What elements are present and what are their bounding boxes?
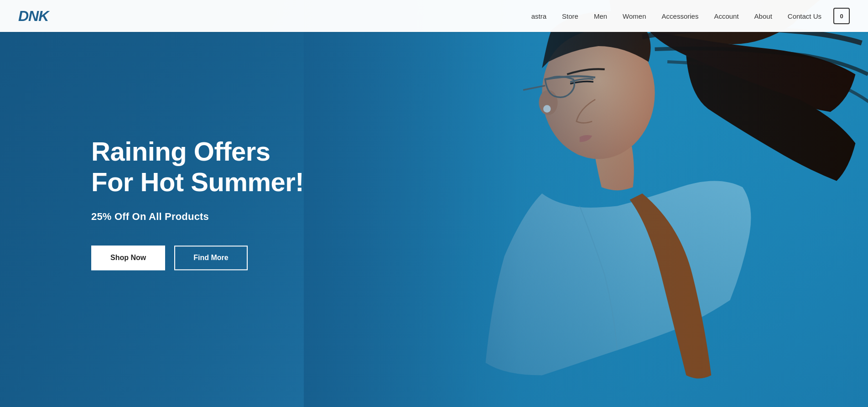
- find-more-button[interactable]: Find More: [174, 246, 247, 271]
- hero-content: Raining Offers For Hot Summer! 25% Off O…: [91, 136, 304, 270]
- nav-store[interactable]: Store: [556, 9, 585, 24]
- nav-about[interactable]: About: [748, 9, 779, 24]
- hero-buttons: Shop Now Find More: [91, 246, 304, 271]
- headline-line2: For Hot Summer!: [91, 167, 304, 197]
- nav-contact[interactable]: Contact Us: [781, 9, 828, 24]
- nav-women[interactable]: Women: [616, 9, 652, 24]
- cart-count: 0: [840, 13, 843, 20]
- main-nav: astra Store Men Women Accessories Accoun…: [525, 8, 850, 24]
- nav-men[interactable]: Men: [587, 9, 613, 24]
- logo[interactable]: DNK: [18, 8, 48, 25]
- nav-accessories[interactable]: Accessories: [655, 9, 705, 24]
- nav-account[interactable]: Account: [707, 9, 745, 24]
- hero-section: Raining Offers For Hot Summer! 25% Off O…: [0, 0, 868, 407]
- nav-astra[interactable]: astra: [525, 9, 553, 24]
- headline-line1: Raining Offers: [91, 136, 270, 166]
- hero-headline: Raining Offers For Hot Summer!: [91, 136, 304, 197]
- site-header: DNK astra Store Men Women Accessories Ac…: [0, 0, 868, 32]
- hero-subline: 25% Off On All Products: [91, 211, 304, 223]
- cart-button[interactable]: 0: [833, 8, 850, 24]
- shop-now-button[interactable]: Shop Now: [91, 246, 165, 271]
